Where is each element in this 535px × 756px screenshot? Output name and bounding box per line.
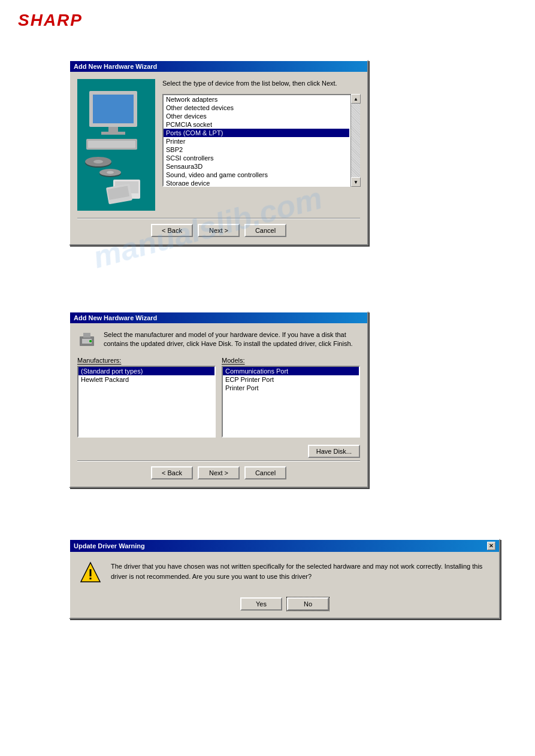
dialog2-description: Select the manufacturer and model of you…: [104, 330, 360, 349]
svg-rect-5: [88, 141, 135, 148]
list-item[interactable]: SCSI controllers: [164, 154, 349, 162]
list-item[interactable]: Storage device: [164, 179, 349, 187]
manufacturer-item[interactable]: Hewlett Packard: [78, 375, 214, 384]
yes-button[interactable]: Yes: [240, 597, 282, 611]
have-disk-button[interactable]: Have Disk...: [308, 445, 360, 458]
dialog-add-hardware-2: Add New Hardware Wizard Select the manuf…: [69, 311, 368, 488]
list-item[interactable]: Sensaura3D: [164, 162, 349, 171]
models-label: Models:: [222, 357, 360, 364]
dialog3-body: The driver that you have chosen was not …: [70, 552, 499, 593]
dialog-add-hardware-1: Add New Hardware Wizard: [69, 60, 368, 245]
dialog2-buttons: < Back Next > Cancel: [70, 462, 367, 487]
list-item[interactable]: Printer: [164, 137, 349, 145]
device-list-wrapper: Network adapters Other detected devices …: [162, 94, 360, 187]
dialog1-instruction: Select the type of device from the list …: [162, 79, 360, 88]
scroll-up-arrow[interactable]: ▲: [351, 94, 361, 104]
list-item[interactable]: Other detected devices: [164, 104, 349, 112]
dialog2-lists: Manufacturers: (Standard port types) Hew…: [70, 354, 367, 442]
back-button-2[interactable]: < Back: [151, 466, 193, 479]
list-item[interactable]: SBP2: [164, 145, 349, 154]
svg-rect-22: [90, 569, 92, 576]
dialog3-titlebar: Update Driver Warning ✕: [70, 540, 499, 552]
list-item[interactable]: Network adapters: [164, 95, 349, 104]
dialog3-message: The driver that you have chosen was not …: [111, 561, 489, 581]
hardware-icon: [77, 330, 96, 350]
list-item[interactable]: Other devices: [164, 112, 349, 120]
dialog1-title: Add New Hardware Wizard: [74, 63, 157, 70]
manufacturers-label: Manufacturers:: [77, 357, 216, 364]
svg-rect-23: [90, 578, 92, 579]
model-item[interactable]: Printer Port: [223, 384, 359, 392]
svg-point-11: [107, 171, 114, 174]
svg-rect-1: [93, 95, 134, 123]
list-item[interactable]: Sound, video and game controllers: [164, 171, 349, 179]
svg-point-20: [89, 340, 92, 342]
scroll-track[interactable]: [351, 104, 360, 177]
svg-rect-3: [101, 132, 125, 135]
dialog1-titlebar: Add New Hardware Wizard: [70, 61, 367, 72]
back-button[interactable]: < Back: [151, 224, 193, 237]
model-item[interactable]: ECP Printer Port: [223, 375, 359, 384]
close-button[interactable]: ✕: [487, 542, 495, 550]
models-listbox[interactable]: Communications Port ECP Printer Port Pri…: [222, 366, 360, 438]
svg-rect-19: [83, 333, 90, 338]
manufacturer-item-selected[interactable]: (Standard port types): [78, 367, 214, 375]
dialog2-titlebar: Add New Hardware Wizard: [70, 312, 367, 323]
models-listbox-wrapper: Communications Port ECP Printer Port Pri…: [222, 366, 360, 438]
manufacturers-section: Manufacturers: (Standard port types) Hew…: [77, 357, 216, 438]
wizard-illustration: [77, 79, 155, 211]
dialog1-right-panel: Select the type of device from the list …: [162, 79, 360, 211]
dialog3-title: Update Driver Warning: [74, 542, 145, 549]
model-item-selected[interactable]: Communications Port: [223, 367, 359, 375]
dialog-update-driver-warning: Update Driver Warning ✕ The driver that …: [69, 539, 500, 619]
next-button[interactable]: Next >: [198, 224, 240, 237]
dialog1-buttons: < Back Next > Cancel: [70, 219, 367, 244]
no-button[interactable]: No: [287, 597, 329, 611]
manufacturers-listbox[interactable]: (Standard port types) Hewlett Packard: [77, 366, 216, 438]
svg-point-8: [93, 160, 103, 163]
have-disk-row: Have Disk...: [70, 442, 367, 460]
dialog2-title: Add New Hardware Wizard: [74, 314, 157, 321]
manufacturers-listbox-wrapper: (Standard port types) Hewlett Packard: [77, 366, 216, 438]
warning-icon: [80, 561, 101, 583]
list-item-selected[interactable]: Ports (COM & LPT): [164, 129, 349, 137]
dialog3-buttons: Yes No: [70, 593, 499, 618]
next-button-2[interactable]: Next >: [198, 466, 240, 479]
sharp-logo: SHARP: [18, 11, 83, 30]
device-type-listbox[interactable]: Network adapters Other detected devices …: [162, 94, 360, 187]
list-item[interactable]: PCMCIA socket: [164, 120, 349, 129]
scroll-down-arrow[interactable]: ▼: [351, 177, 361, 187]
cancel-button-2[interactable]: Cancel: [244, 466, 286, 479]
cancel-button[interactable]: Cancel: [244, 224, 286, 237]
models-section: Models: Communications Port ECP Printer …: [222, 357, 360, 438]
dialog2-header: Select the manufacturer and model of you…: [70, 323, 367, 354]
dialog1-content: Select the type of device from the list …: [70, 72, 367, 218]
computer-illustration-svg: [77, 79, 155, 211]
